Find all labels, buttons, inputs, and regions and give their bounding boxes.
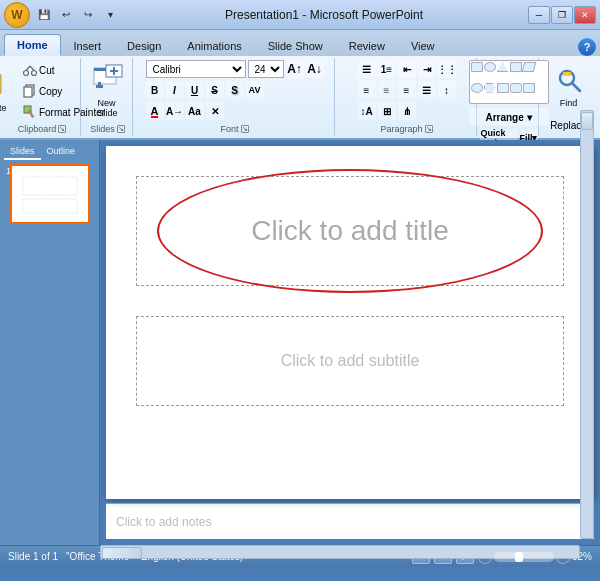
clipboard-group: Paste Cut (4, 58, 81, 136)
drawing-group: Arrange ▾ Quick Styles Fill▾ Drawing (479, 58, 539, 136)
ribbon: Home Insert Design Animations Slide Show… (0, 30, 600, 140)
svg-rect-0 (0, 75, 1, 93)
paragraph-group: ☰ 1≡ ⇤ ⇥ ⋮⋮ ≡ ≡ ≡ ☰ ↕ ↕A ⊞ ⋔ (337, 58, 477, 136)
tab-view[interactable]: View (398, 34, 448, 56)
find-button[interactable]: Find (544, 60, 594, 112)
svg-line-19 (572, 83, 580, 91)
copy-icon (23, 84, 37, 98)
align-left-button[interactable]: ≡ (358, 81, 376, 99)
font-label: Font (220, 124, 238, 134)
svg-rect-20 (563, 72, 571, 76)
window-controls: ─ ❐ ✕ (528, 6, 596, 24)
h-scroll-thumb[interactable] (102, 547, 142, 559)
svg-rect-21 (15, 169, 85, 219)
shadow-button[interactable]: S (226, 81, 244, 99)
outline-tab[interactable]: Outline (41, 144, 82, 160)
cut-label: Cut (39, 65, 55, 76)
title-placeholder-text: Click to add title (251, 215, 449, 247)
increase-font-size-button[interactable]: A↑ (286, 60, 304, 78)
tab-review[interactable]: Review (336, 34, 398, 56)
columns-button[interactable]: ⋮⋮ (438, 60, 456, 78)
quick-access-toolbar: 💾 ↩ ↪ ▾ (34, 6, 120, 24)
bold-button[interactable]: B (146, 81, 164, 99)
format-painter-icon (23, 105, 37, 119)
char-spacing-button[interactable]: AV (246, 81, 264, 99)
zoom-slider[interactable] (494, 552, 554, 562)
justify-button[interactable]: ☰ (418, 81, 436, 99)
tab-bar: Home Insert Design Animations Slide Show… (0, 30, 600, 56)
decrease-font-size-button[interactable]: A↓ (306, 60, 324, 78)
paragraph-dialog-launcher[interactable]: ↘ (425, 125, 433, 133)
ribbon-content: Paste Cut (0, 56, 600, 138)
align-center-button[interactable]: ≡ (378, 81, 396, 99)
tab-design[interactable]: Design (114, 34, 174, 56)
help-button[interactable]: ? (578, 38, 596, 56)
new-slide-label: NewSlide (97, 98, 117, 118)
svg-line-6 (30, 66, 34, 71)
text-direction-button[interactable]: A→ (166, 102, 184, 120)
slides-tab[interactable]: Slides (4, 144, 41, 160)
office-button[interactable]: W (4, 2, 30, 28)
undo-button[interactable]: ↩ (56, 6, 76, 24)
new-slide-icon (92, 64, 124, 96)
tab-slideshow[interactable]: Slide Show (255, 34, 336, 56)
line-spacing-button[interactable]: ↕ (438, 81, 456, 99)
qat-dropdown[interactable]: ▾ (100, 6, 120, 24)
slide-canvas: Click to add title Click to add subtitle (106, 146, 594, 499)
increase-indent-button[interactable]: ⇥ (418, 60, 436, 78)
font-size-select[interactable]: 24 (248, 60, 284, 78)
clear-format-button[interactable]: ✕ (206, 102, 224, 120)
scroll-thumb[interactable] (581, 112, 593, 130)
close-button[interactable]: ✕ (574, 6, 596, 24)
font-dialog-launcher[interactable]: ↘ (241, 125, 249, 133)
minimize-button[interactable]: ─ (528, 6, 550, 24)
new-slide-button[interactable]: NewSlide (87, 60, 129, 122)
panel-resize-handle[interactable] (95, 140, 99, 545)
slide-panel: Slides Outline 1 (0, 140, 100, 545)
restore-button[interactable]: ❐ (551, 6, 573, 24)
scissors-icon (23, 63, 37, 77)
strikethrough-button[interactable]: S (206, 81, 224, 99)
slide-panel-tabs: Slides Outline (4, 144, 95, 160)
align-text-button[interactable]: ⊞ (378, 102, 396, 120)
zoom-thumb[interactable] (515, 552, 523, 562)
font-color-button[interactable]: A (146, 102, 164, 120)
text-direction-para-button[interactable]: ↕A (358, 102, 376, 120)
change-case-button[interactable]: Aa (186, 102, 204, 120)
decrease-indent-button[interactable]: ⇤ (398, 60, 416, 78)
copy-label: Copy (39, 86, 62, 97)
notes-area[interactable]: Click to add notes (106, 503, 594, 539)
vertical-scrollbar[interactable] (580, 110, 594, 539)
underline-button[interactable]: U (186, 81, 204, 99)
slides-dialog-launcher[interactable]: ↘ (117, 125, 125, 133)
subtitle-placeholder[interactable]: Click to add subtitle (136, 316, 564, 406)
bullets-button[interactable]: ☰ (358, 60, 376, 78)
italic-button[interactable]: I (166, 81, 184, 99)
tab-animations[interactable]: Animations (174, 34, 254, 56)
font-name-select[interactable]: Calibri (146, 60, 246, 78)
align-right-button[interactable]: ≡ (398, 81, 416, 99)
main-area: Slides Outline 1 Click to add title (0, 140, 600, 545)
clipboard-label: Clipboard (18, 124, 57, 134)
title-bar: W 💾 ↩ ↪ ▾ Presentation1 - Microsoft Powe… (0, 0, 600, 30)
paste-button[interactable]: Paste (0, 65, 16, 117)
subtitle-placeholder-text: Click to add subtitle (281, 352, 420, 370)
shapes-gallery[interactable] (469, 60, 549, 104)
find-label: Find (560, 98, 578, 108)
svg-point-3 (23, 71, 28, 76)
numbering-button[interactable]: 1≡ (378, 60, 396, 78)
title-placeholder[interactable]: Click to add title (136, 176, 564, 286)
paragraph-label: Paragraph (380, 124, 422, 134)
smartart-button[interactable]: ⋔ (398, 102, 416, 120)
find-icon (553, 64, 585, 96)
svg-rect-14 (96, 85, 103, 88)
redo-button[interactable]: ↪ (78, 6, 98, 24)
svg-line-5 (26, 66, 30, 71)
arrange-button[interactable]: Arrange ▾ (469, 108, 549, 126)
tab-home[interactable]: Home (4, 34, 61, 56)
slide-info: Slide 1 of 1 (8, 551, 58, 562)
slide-thumbnail[interactable] (10, 164, 90, 224)
save-button[interactable]: 💾 (34, 6, 54, 24)
tab-insert[interactable]: Insert (61, 34, 115, 56)
clipboard-dialog-launcher[interactable]: ↘ (58, 125, 66, 133)
